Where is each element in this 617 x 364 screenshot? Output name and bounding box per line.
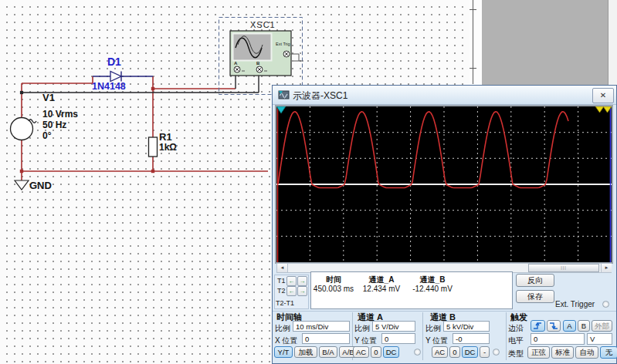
channel-a-ypos-field[interactable]: 0 [381, 333, 415, 344]
terminal-b-label: B [256, 61, 259, 66]
channel-b-ypos-field[interactable]: -0 [453, 333, 490, 344]
v1-value-label[interactable]: 10 Vrms [42, 109, 78, 120]
v1-freq-label[interactable]: 50 Hz [42, 120, 66, 130]
trigger-type-auto-button[interactable]: 自动 [575, 346, 598, 359]
ext-trig-terminal-label: Ext Trig [276, 42, 290, 46]
timebase-scale-field[interactable]: 10 ms/Div [293, 321, 350, 332]
readout-col-time: 时间 [311, 275, 356, 285]
v1-ref-label[interactable]: V1 [42, 92, 55, 103]
timebase-mode-add-button[interactable]: 加载 [294, 346, 317, 358]
scroll-thumb[interactable]: ||| [528, 264, 599, 272]
channel-b-invert-button[interactable]: - [480, 346, 490, 358]
t2-left-button[interactable]: ← [286, 286, 297, 296]
scope-screen-frame [275, 105, 613, 264]
trigger-level-label: 电平 [508, 335, 524, 346]
canvas-vertical-scrollbar[interactable] [608, 0, 617, 86]
channel-b-scale-label: 比例 [425, 323, 441, 334]
ext-trigger-connector[interactable] [602, 301, 609, 308]
timebase-mode-ba-button[interactable]: B/A [319, 346, 337, 358]
measurement-readout-table: 时间 通道_A 通道_B 450.003 ms 12.434 mV -12.44… [310, 271, 513, 309]
t2-t1-label: T2-T1 [276, 299, 294, 307]
timebase-scale-label: 比例 [275, 323, 290, 334]
trigger-type-single-button[interactable]: 正弦 [527, 346, 550, 359]
oscilloscope-window-title: 示波器-XSC1 [293, 89, 347, 103]
trigger-rising-edge-button[interactable] [531, 320, 545, 332]
t2-right-button[interactable]: → [297, 286, 307, 296]
timebase-xpos-label: X 位置 [275, 335, 297, 346]
readout-col-channel-b: 通道_B [407, 275, 458, 285]
oscilloscope-window: 示波器-XSC1 ✕ ◄ ||| ► T1 ← → T2 ← → T2-T1 时… [272, 85, 617, 364]
cursor-panel: T1 ← → T2 ← → T2-T1 [274, 275, 309, 309]
trigger-type-none-button[interactable]: 无 [600, 346, 617, 359]
gnd-label[interactable]: GND [29, 180, 52, 191]
d1-part-label[interactable]: 1N4148 [92, 81, 126, 92]
scroll-right-icon[interactable]: ► [601, 264, 612, 272]
trigger-source-a-button[interactable]: A [563, 320, 576, 332]
r1-value-label[interactable]: 1kΩ [159, 142, 177, 153]
channel-b-ac-button[interactable]: AC [432, 346, 448, 358]
save-button[interactable]: 保存 [516, 290, 554, 303]
channel-b-zero-button[interactable]: 0 [449, 346, 460, 358]
junction-dots [20, 87, 154, 173]
channel-a-zero-button[interactable]: 0 [371, 346, 381, 358]
oscilloscope-titlebar[interactable]: 示波器-XSC1 ✕ [273, 86, 616, 105]
scope-waveform-plot [276, 106, 612, 262]
channel-b-scale-field[interactable]: 5 kV/Div [443, 321, 490, 332]
readout-col-channel-a: 通道_A [358, 275, 405, 285]
channel-a-scale-label: 比例 [354, 323, 370, 334]
channel-a-dc-button[interactable]: DC [383, 346, 399, 358]
scroll-left-icon[interactable]: ◄ [277, 264, 288, 272]
oscilloscope-window-icon [278, 89, 290, 100]
trigger-title: 触发 [510, 312, 527, 323]
ground-symbol[interactable] [15, 180, 29, 190]
readout-channel-a-value: 12.434 mV [358, 285, 405, 293]
rising-edge-icon [533, 322, 543, 330]
t1-right-button[interactable]: → [297, 276, 307, 286]
trigger-source-ext-button[interactable]: 外部 [592, 320, 612, 332]
diode-symbol[interactable] [110, 72, 121, 82]
r1-ref-label[interactable]: R1 [159, 131, 172, 143]
trigger-edge-label: 边沿 [508, 323, 524, 334]
channel-a-ac-button[interactable]: AC [353, 346, 369, 358]
channel-b-connector[interactable] [493, 349, 500, 356]
t1-label: T1 [277, 277, 286, 285]
xsc1-ref-label[interactable]: XSC1 [250, 20, 276, 29]
scope-screen[interactable] [276, 106, 612, 262]
trigger-type-label: 类型 [508, 349, 524, 359]
timebase-xpos-field[interactable]: 0 [302, 333, 350, 344]
channel-b-ypos-label: Y 位置 [425, 335, 448, 346]
trigger-level-field[interactable]: 0 [531, 333, 585, 345]
trigger-level-unit-field[interactable]: V [587, 333, 612, 345]
channel-a-connector[interactable] [414, 349, 421, 356]
v1-phase-label[interactable]: 0° [42, 130, 51, 141]
channel-a-ypos-label: Y 位置 [354, 335, 377, 346]
close-icon[interactable]: ✕ [592, 88, 614, 103]
readout-channel-b-value: -12.440 mV [407, 285, 458, 293]
terminal-a-label: A [234, 61, 237, 66]
resistor-symbol[interactable] [149, 137, 158, 157]
t2-label: T2 [277, 287, 286, 295]
trigger-source-b-button[interactable]: B [578, 320, 590, 332]
multisim-workspace: V1 10 Vrms 50 Hz 0° D1 1N4148 R1 1kΩ GND… [0, 0, 617, 364]
trigger-type-normal-button[interactable]: 标准 [551, 346, 574, 359]
falling-edge-icon [549, 322, 559, 330]
ext-trigger-label: Ext. Trigger [555, 300, 595, 308]
channel-a-scale-field[interactable]: 5 V/Div [372, 321, 415, 332]
trigger-falling-edge-button[interactable] [547, 320, 561, 332]
timebase-mode-yt-button[interactable]: Y/T [274, 346, 293, 358]
t1-left-button[interactable]: ← [286, 276, 297, 286]
d1-ref-label[interactable]: D1 [107, 56, 121, 68]
channel-b-dc-button[interactable]: DC [462, 346, 478, 358]
workspace-outside-area [482, 0, 608, 86]
readout-time-value: 450.003 ms [311, 285, 356, 293]
ac-source-symbol[interactable] [11, 118, 37, 140]
reverse-button[interactable]: 反向 [516, 274, 554, 287]
